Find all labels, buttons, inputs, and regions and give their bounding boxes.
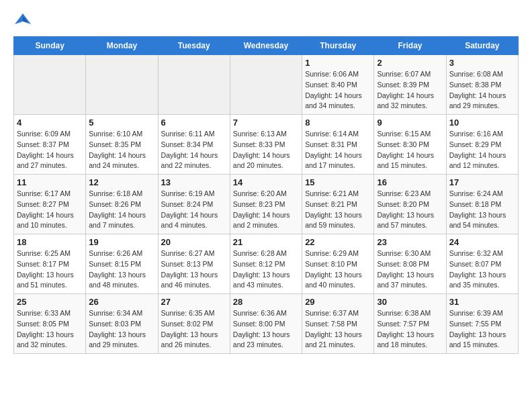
calendar-week-3: 11Sunrise: 6:17 AM Sunset: 8:27 PM Dayli… [14,175,519,234]
day-info: Sunrise: 6:36 AM Sunset: 8:00 PM Dayligh… [233,308,299,351]
day-number: 29 [305,297,371,307]
header [13,11,519,30]
day-number: 17 [449,177,515,187]
day-number: 10 [449,118,515,128]
calendar-cell: 26Sunrise: 6:34 AM Sunset: 8:03 PM Dayli… [86,294,158,354]
day-info: Sunrise: 6:28 AM Sunset: 8:12 PM Dayligh… [233,248,299,291]
day-number: 27 [161,297,227,307]
calendar-cell: 8Sunrise: 6:14 AM Sunset: 8:31 PM Daylig… [302,115,374,175]
day-info: Sunrise: 6:11 AM Sunset: 8:34 PM Dayligh… [161,129,227,171]
calendar-cell: 5Sunrise: 6:10 AM Sunset: 8:35 PM Daylig… [86,115,158,175]
day-info: Sunrise: 6:20 AM Sunset: 8:23 PM Dayligh… [233,189,299,231]
weekday-header-sunday: Sunday [14,37,86,55]
day-info: Sunrise: 6:14 AM Sunset: 8:31 PM Dayligh… [305,129,371,171]
calendar-cell: 24Sunrise: 6:32 AM Sunset: 8:07 PM Dayli… [446,234,518,294]
logo-bird-icon [13,11,32,30]
day-number: 24 [449,237,515,247]
calendar-cell: 25Sunrise: 6:33 AM Sunset: 8:05 PM Dayli… [14,294,86,354]
logo [13,11,35,30]
calendar-cell [86,55,158,115]
calendar-cell: 13Sunrise: 6:19 AM Sunset: 8:24 PM Dayli… [158,175,230,234]
day-number: 12 [89,177,154,187]
calendar-cell: 1Sunrise: 6:06 AM Sunset: 8:40 PM Daylig… [302,55,374,115]
day-info: Sunrise: 6:16 AM Sunset: 8:29 PM Dayligh… [449,129,515,171]
day-number: 1 [305,58,371,68]
calendar-week-4: 18Sunrise: 6:25 AM Sunset: 8:17 PM Dayli… [14,234,519,294]
day-number: 9 [377,118,443,128]
day-info: Sunrise: 6:25 AM Sunset: 8:17 PM Dayligh… [17,248,83,291]
calendar-cell: 14Sunrise: 6:20 AM Sunset: 8:23 PM Dayli… [230,175,302,234]
calendar-table: SundayMondayTuesdayWednesdayThursdayFrid… [13,36,519,354]
day-info: Sunrise: 6:38 AM Sunset: 7:57 PM Dayligh… [377,308,443,351]
day-info: Sunrise: 6:29 AM Sunset: 8:10 PM Dayligh… [305,248,371,291]
weekday-row: SundayMondayTuesdayWednesdayThursdayFrid… [14,37,519,55]
calendar-cell: 16Sunrise: 6:23 AM Sunset: 8:20 PM Dayli… [374,175,446,234]
day-info: Sunrise: 6:08 AM Sunset: 8:38 PM Dayligh… [449,69,515,111]
day-info: Sunrise: 6:10 AM Sunset: 8:35 PM Dayligh… [89,129,154,171]
day-info: Sunrise: 6:39 AM Sunset: 7:55 PM Dayligh… [449,308,515,351]
calendar-cell: 31Sunrise: 6:39 AM Sunset: 7:55 PM Dayli… [446,294,518,354]
calendar-cell: 22Sunrise: 6:29 AM Sunset: 8:10 PM Dayli… [302,234,374,294]
weekday-header-tuesday: Tuesday [158,37,230,55]
weekday-header-thursday: Thursday [302,37,374,55]
calendar-cell: 23Sunrise: 6:30 AM Sunset: 8:08 PM Dayli… [374,234,446,294]
day-number: 25 [17,297,83,307]
calendar-cell: 12Sunrise: 6:18 AM Sunset: 8:26 PM Dayli… [86,175,158,234]
day-info: Sunrise: 6:34 AM Sunset: 8:03 PM Dayligh… [89,308,154,351]
day-number: 5 [89,118,154,128]
calendar-cell: 29Sunrise: 6:37 AM Sunset: 7:58 PM Dayli… [302,294,374,354]
day-info: Sunrise: 6:33 AM Sunset: 8:05 PM Dayligh… [17,308,83,351]
day-info: Sunrise: 6:18 AM Sunset: 8:26 PM Dayligh… [89,189,154,231]
calendar-cell: 27Sunrise: 6:35 AM Sunset: 8:02 PM Dayli… [158,294,230,354]
day-info: Sunrise: 6:32 AM Sunset: 8:07 PM Dayligh… [449,248,515,291]
calendar-cell: 3Sunrise: 6:08 AM Sunset: 8:38 PM Daylig… [446,55,518,115]
day-number: 21 [233,237,299,247]
day-number: 7 [233,118,299,128]
calendar-cell: 15Sunrise: 6:21 AM Sunset: 8:21 PM Dayli… [302,175,374,234]
day-number: 31 [449,297,515,307]
day-info: Sunrise: 6:06 AM Sunset: 8:40 PM Dayligh… [305,69,371,111]
day-info: Sunrise: 6:09 AM Sunset: 8:37 PM Dayligh… [17,129,83,171]
day-number: 22 [305,237,371,247]
day-info: Sunrise: 6:07 AM Sunset: 8:39 PM Dayligh… [377,69,443,111]
weekday-header-friday: Friday [374,37,446,55]
calendar-cell: 7Sunrise: 6:13 AM Sunset: 8:33 PM Daylig… [230,115,302,175]
day-number: 13 [161,177,227,187]
day-info: Sunrise: 6:27 AM Sunset: 8:13 PM Dayligh… [161,248,227,291]
calendar-cell: 20Sunrise: 6:27 AM Sunset: 8:13 PM Dayli… [158,234,230,294]
day-number: 16 [377,177,443,187]
day-number: 11 [17,177,83,187]
day-number: 20 [161,237,227,247]
calendar-cell: 18Sunrise: 6:25 AM Sunset: 8:17 PM Dayli… [14,234,86,294]
day-info: Sunrise: 6:30 AM Sunset: 8:08 PM Dayligh… [377,248,443,291]
day-number: 2 [377,58,443,68]
weekday-header-monday: Monday [86,37,158,55]
day-number: 28 [233,297,299,307]
calendar-cell: 6Sunrise: 6:11 AM Sunset: 8:34 PM Daylig… [158,115,230,175]
day-number: 19 [89,237,154,247]
day-number: 30 [377,297,443,307]
calendar-cell: 11Sunrise: 6:17 AM Sunset: 8:27 PM Dayli… [14,175,86,234]
day-info: Sunrise: 6:21 AM Sunset: 8:21 PM Dayligh… [305,189,371,231]
day-number: 8 [305,118,371,128]
calendar-cell: 10Sunrise: 6:16 AM Sunset: 8:29 PM Dayli… [446,115,518,175]
calendar-cell: 30Sunrise: 6:38 AM Sunset: 7:57 PM Dayli… [374,294,446,354]
calendar-header: SundayMondayTuesdayWednesdayThursdayFrid… [14,37,519,55]
day-info: Sunrise: 6:24 AM Sunset: 8:18 PM Dayligh… [449,189,515,231]
calendar-cell: 28Sunrise: 6:36 AM Sunset: 8:00 PM Dayli… [230,294,302,354]
calendar-cell: 21Sunrise: 6:28 AM Sunset: 8:12 PM Dayli… [230,234,302,294]
calendar-cell [230,55,302,115]
day-number: 18 [17,237,83,247]
calendar-week-5: 25Sunrise: 6:33 AM Sunset: 8:05 PM Dayli… [14,294,519,354]
day-info: Sunrise: 6:23 AM Sunset: 8:20 PM Dayligh… [377,189,443,231]
day-info: Sunrise: 6:26 AM Sunset: 8:15 PM Dayligh… [89,248,154,291]
day-info: Sunrise: 6:13 AM Sunset: 8:33 PM Dayligh… [233,129,299,171]
day-number: 3 [449,58,515,68]
day-number: 4 [17,118,83,128]
day-number: 23 [377,237,443,247]
calendar-cell: 17Sunrise: 6:24 AM Sunset: 8:18 PM Dayli… [446,175,518,234]
day-number: 15 [305,177,371,187]
day-info: Sunrise: 6:15 AM Sunset: 8:30 PM Dayligh… [377,129,443,171]
page: SundayMondayTuesdayWednesdayThursdayFrid… [0,0,532,365]
calendar-cell [158,55,230,115]
